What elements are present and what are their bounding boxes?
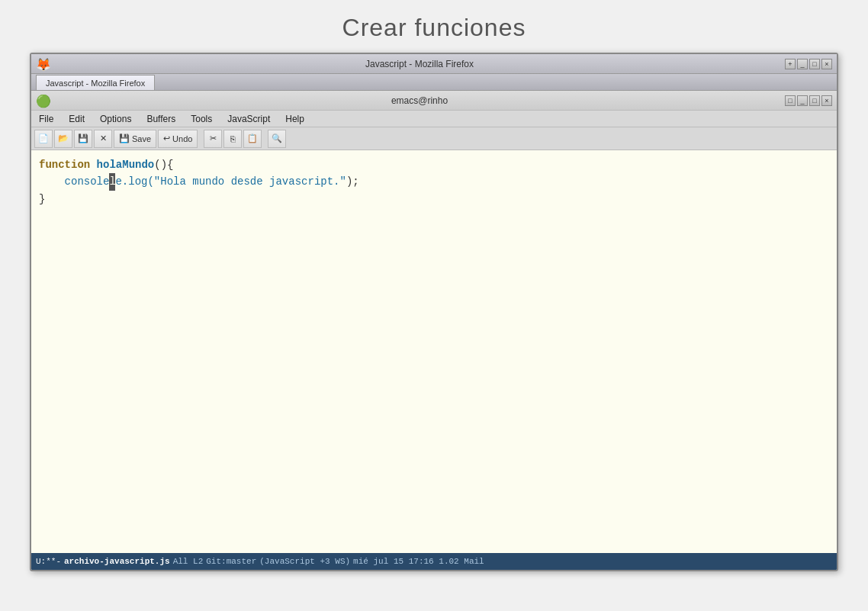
menu-edit[interactable]: Edit: [64, 112, 89, 126]
toolbar-open-btn[interactable]: 📂: [54, 130, 72, 148]
menu-javascript[interactable]: JavaScript: [223, 112, 275, 126]
code-line-1: function holaMundo(){: [39, 156, 829, 173]
page-title: Crear funciones: [342, 14, 526, 42]
browser-add-tab-btn[interactable]: +: [785, 59, 796, 69]
status-filename: archivo-javascript.js: [64, 557, 170, 566]
toolbar-save-btn[interactable]: 💾 Save: [114, 130, 156, 148]
function-name: holaMundo: [90, 156, 154, 173]
toolbar-close-btn[interactable]: ✕: [94, 130, 112, 148]
browser-title: Javascript - Mozilla Firefox: [54, 59, 785, 69]
emacs-editor: 🟢 emacs@rinho □ _ □ × File Edit Options …: [31, 91, 837, 570]
browser-window-controls: + _ □ ×: [785, 59, 832, 69]
code-editor-area[interactable]: function holaMundo(){ consolele.log("Hol…: [31, 150, 837, 553]
code-line-2: consolele.log("Hola mundo desde javascri…: [39, 173, 829, 190]
emacs-icon: 🟢: [36, 94, 50, 108]
emacs-win-controls: □ _ □ ×: [785, 95, 832, 106]
emacs-minimize-btn[interactable]: _: [797, 95, 808, 106]
toolbar-cut-btn[interactable]: ✂: [204, 130, 222, 148]
browser-tab[interactable]: Javascript - Mozilla Firefox: [36, 75, 155, 90]
toolbar-copy-btn[interactable]: ⎘: [223, 130, 242, 148]
emacs-close-btn[interactable]: ×: [821, 95, 832, 106]
emacs-statusbar: U:**- archivo-javascript.js All L2 Git:m…: [31, 553, 837, 570]
browser-titlebar: 🦊 Javascript - Mozilla Firefox + _ □ ×: [31, 54, 837, 74]
status-js-info: (JavaScript +3 WS): [259, 557, 350, 566]
tab-label: Javascript - Mozilla Firefox: [46, 79, 145, 88]
status-git: Git:master: [206, 557, 256, 566]
menu-help[interactable]: Help: [281, 112, 309, 126]
line1-rest: (){: [154, 156, 173, 173]
emacs-maximize-btn[interactable]: □: [809, 95, 820, 106]
string-literal: "Hola mundo desde javascript.": [154, 173, 346, 190]
browser-tabbar: Javascript - Mozilla Firefox: [31, 74, 837, 91]
browser-close-btn[interactable]: ×: [821, 59, 832, 69]
emacs-toolbar: 📄 📂 💾 ✕ 💾 Save ↩ Undo ✂ ⎘ 📋 🔍: [31, 127, 837, 150]
browser-window: 🦊 Javascript - Mozilla Firefox + _ □ × J…: [30, 53, 838, 571]
menu-tools[interactable]: Tools: [186, 112, 217, 126]
browser-maximize-btn[interactable]: □: [809, 59, 820, 69]
menu-buffers[interactable]: Buffers: [142, 112, 180, 126]
browser-minimize-btn[interactable]: _: [797, 59, 808, 69]
undo-label: Undo: [172, 134, 192, 143]
save-label: Save: [132, 134, 151, 143]
closing-brace: }: [39, 191, 45, 207]
emacs-btn-1[interactable]: □: [785, 95, 796, 106]
emacs-address: emacs@rinho: [54, 95, 785, 106]
firefox-icon: 🦊: [36, 57, 50, 71]
undo-icon: ↩: [163, 133, 170, 143]
toolbar-save-icon-btn[interactable]: 💾: [74, 130, 92, 148]
status-mode: U:**-: [36, 557, 61, 566]
toolbar-find-btn[interactable]: 🔍: [268, 130, 286, 148]
save-icon: 💾: [119, 133, 130, 143]
text-cursor: l: [109, 173, 115, 190]
emacs-menubar: File Edit Options Buffers Tools JavaScri…: [31, 111, 837, 127]
line2-indent: [39, 173, 65, 190]
menu-options[interactable]: Options: [95, 112, 136, 126]
toolbar-paste-btn[interactable]: 📋: [243, 130, 262, 148]
status-datetime: mié jul 15 17:16 1.02 Mail: [353, 557, 484, 566]
console-keyword: console: [65, 173, 110, 190]
emacs-topbar: 🟢 emacs@rinho □ _ □ ×: [31, 91, 837, 111]
code-line-3: }: [39, 191, 829, 207]
status-position: All L2: [173, 557, 204, 566]
toolbar-new-btn[interactable]: 📄: [34, 130, 53, 148]
menu-file[interactable]: File: [34, 112, 58, 126]
line2-end: );: [346, 173, 359, 190]
line2-rest: e.log(: [115, 173, 153, 190]
keyword-function: function: [39, 156, 90, 173]
toolbar-undo-btn[interactable]: ↩ Undo: [158, 130, 198, 148]
